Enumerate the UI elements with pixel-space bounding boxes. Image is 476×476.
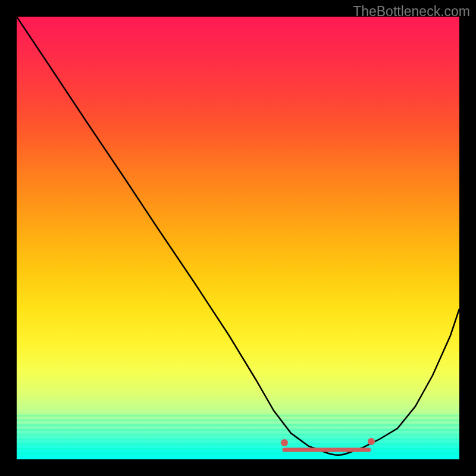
watermark-text: TheBottleneck.com <box>353 4 470 20</box>
chart-plot-area <box>17 17 459 459</box>
optimal-marker-left <box>281 439 288 446</box>
chart-svg <box>17 17 459 459</box>
optimal-marker-right <box>368 438 375 445</box>
bottleneck-curve-line <box>17 17 459 455</box>
